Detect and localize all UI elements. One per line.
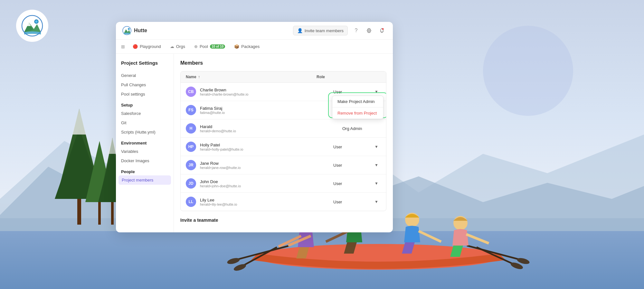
member-info-ll: Lily Lee herald+lily-lee@hutte.io	[200, 198, 333, 206]
avatar-fs: FS	[186, 105, 196, 115]
table-row: JR Jane Row herald+jane-row@hutte.io Use…	[181, 156, 386, 174]
member-info-jr: Jane Row herald+jane-row@hutte.io	[200, 161, 333, 170]
member-role-jd: User	[333, 181, 372, 186]
grid-icon[interactable]: ⊞	[121, 44, 125, 49]
svg-point-35	[368, 30, 370, 32]
member-email-jr: herald+jane-row@hutte.io	[200, 166, 333, 170]
hutte-logo-icon	[122, 26, 131, 35]
table-row: CB Charlie Brown herald+charlie-brown@hu…	[181, 83, 386, 101]
sidebar-section-setup: Setup	[116, 99, 174, 109]
svg-marker-9	[108, 138, 117, 154]
member-email-h: herald+demo@hutte.io	[200, 129, 342, 133]
top-nav-right: 👤 Invite team members ?	[293, 26, 386, 35]
sidebar-item-general[interactable]: General	[116, 71, 174, 80]
member-email-hp: herald+holly-patel@hutte.io	[200, 147, 333, 151]
avatar-jd: JD	[186, 178, 196, 189]
avatar-cb: CB	[186, 87, 196, 97]
table-row: JD John Doe herald+john-doe@hutte.io Use…	[181, 174, 386, 193]
tab-pool[interactable]: ⊕ Pool 10 of 10	[190, 42, 229, 51]
members-table: Name ↑ Role CB Charlie Brown herald+char…	[180, 71, 386, 211]
sidebar-item-project-members[interactable]: Project members	[118, 175, 171, 185]
role-dropdown-jr[interactable]: ▼	[372, 161, 381, 170]
member-name-jd: John Doe	[200, 179, 333, 184]
member-name-fs: Fatima Siraj	[200, 106, 333, 111]
sidebar: Project Settings General Pull Changes Po…	[116, 54, 174, 232]
member-role-cb: User	[333, 89, 372, 94]
svg-line-25	[419, 231, 441, 242]
role-dropdown-hp[interactable]: ▼	[372, 142, 381, 151]
invite-icon: 👤	[297, 28, 303, 33]
tab-playground[interactable]: 🔴 Playground	[129, 42, 165, 51]
pool-badge: 10 of 10	[210, 44, 225, 49]
tab-pool-label: Pool	[200, 44, 208, 49]
svg-marker-5	[72, 109, 86, 135]
svg-rect-6	[111, 199, 114, 225]
svg-line-23	[326, 231, 348, 242]
sort-arrow: ↑	[198, 75, 200, 79]
tab-packages-label: Packages	[241, 44, 260, 49]
help-icon[interactable]: ?	[352, 26, 361, 35]
member-email-fs: fatima@hutte.io	[200, 111, 333, 115]
avatar-hp: HP	[186, 142, 196, 152]
settings-icon[interactable]	[365, 26, 374, 35]
member-role-jr: User	[333, 163, 372, 168]
member-email-jd: herald+john-doe@hutte.io	[200, 184, 333, 188]
tab-orgs-label: Orgs	[176, 44, 185, 49]
member-info-hp: Holly Patel herald+holly-patel@hutte.io	[200, 143, 333, 151]
pool-icon: ⊕	[194, 44, 198, 49]
role-dropdown-cb[interactable]: ▼	[372, 87, 381, 96]
invite-team-members-button[interactable]: 👤 Invite team members	[293, 26, 348, 35]
role-dropdown-jd[interactable]: ▼	[372, 179, 381, 188]
sidebar-item-git[interactable]: Git	[116, 118, 174, 127]
sidebar-item-pool-settings[interactable]: Pool settings	[116, 89, 174, 99]
avatar-h: H	[186, 123, 196, 134]
top-nav: Hutte 👤 Invite team members ?	[116, 22, 393, 40]
member-email-cb: herald+charlie-brown@hutte.io	[200, 92, 333, 96]
notification-icon[interactable]	[377, 26, 386, 35]
table-header: Name ↑ Role	[181, 71, 386, 83]
svg-point-14	[227, 257, 241, 265]
invite-section: Invite a teammate	[180, 218, 386, 223]
remove-from-project-btn[interactable]: Remove from Project	[332, 107, 383, 119]
app-logo	[16, 10, 48, 42]
sidebar-section-people: People	[116, 165, 174, 175]
tab-orgs[interactable]: ☁ Orgs	[166, 42, 189, 51]
member-info-fs: Fatima Siraj fatima@hutte.io	[200, 106, 333, 115]
member-email-ll: herald+lily-lee@hutte.io	[200, 202, 333, 206]
tab-packages[interactable]: 📦 Packages	[230, 42, 263, 51]
table-row: LL Lily Lee herald+lily-lee@hutte.io Use…	[181, 193, 386, 211]
main-content: Project Settings General Pull Changes Po…	[116, 54, 393, 232]
sidebar-item-salesforce[interactable]: Salesforce	[116, 109, 174, 118]
sidebar-item-scripts[interactable]: Scripts (Hutte.yml)	[116, 127, 174, 137]
brand-name: Hutte	[134, 28, 147, 33]
member-name-cb: Charlie Brown	[200, 88, 333, 92]
member-name-jr: Jane Row	[200, 161, 333, 166]
svg-point-34	[128, 28, 130, 30]
table-row: H Harald herald+demo@hutte.io Org Admin	[181, 119, 386, 138]
sidebar-item-docker-images[interactable]: Docker Images	[116, 156, 174, 165]
sidebar-item-variables[interactable]: Variables	[116, 147, 174, 156]
top-nav-left: Hutte	[122, 26, 147, 35]
member-info-cb: Charlie Brown herald+charlie-brown@hutte…	[200, 88, 333, 96]
member-name-h: Harald	[200, 124, 342, 129]
tab-playground-label: Playground	[140, 44, 161, 49]
orgs-icon: ☁	[170, 44, 174, 49]
svg-line-27	[466, 234, 489, 243]
svg-point-36	[382, 28, 384, 30]
make-project-admin-btn[interactable]: Make Project Admin	[332, 96, 383, 107]
role-dropdown-ll[interactable]: ▼	[372, 197, 381, 206]
col-name-header: Name ↑	[186, 75, 317, 79]
sidebar-section-environment: Environment	[116, 137, 174, 147]
svg-point-30	[35, 21, 37, 23]
app-window: Hutte 👤 Invite team members ?	[116, 22, 393, 232]
sidebar-title: Project Settings	[116, 60, 174, 71]
member-role-h: Org Admin	[342, 126, 381, 131]
invite-label: Invite team members	[305, 28, 344, 33]
packages-icon: 📦	[234, 44, 239, 49]
avatar-ll: LL	[186, 197, 196, 207]
member-role-ll: User	[333, 200, 372, 204]
playground-icon: 🔴	[133, 44, 138, 49]
col-role-header: Role	[317, 75, 381, 79]
sidebar-item-pull-changes[interactable]: Pull Changes	[116, 80, 174, 89]
member-name-ll: Lily Lee	[200, 198, 333, 202]
